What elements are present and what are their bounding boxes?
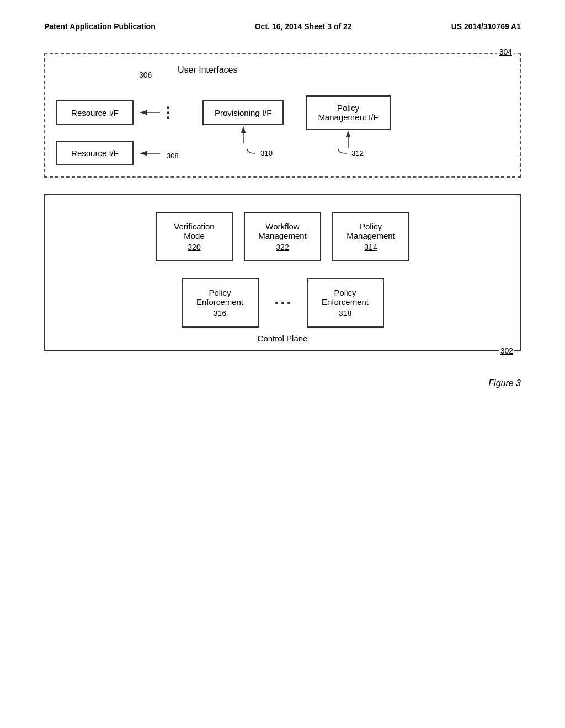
header-right: US 2014/310769 A1 — [451, 22, 521, 31]
ref-316: 316 — [214, 309, 226, 318]
provisioning-if-box: Provisioning I/F — [202, 100, 284, 125]
policy-enforcement-316-box: PolicyEnforcement 316 — [182, 278, 259, 328]
policy-enforcement-318-label: PolicyEnforcement — [322, 288, 369, 307]
policy-enforcement-318-box: PolicyEnforcement 318 — [307, 278, 384, 328]
figure-label: Figure 3 — [0, 362, 565, 399]
dots-vertical-1 — [167, 101, 169, 125]
cp-row-1: VerificationMode 320 WorkflowManagement … — [62, 212, 503, 261]
verification-mode-label: VerificationMode — [174, 222, 214, 240]
control-plane-box: VerificationMode 320 WorkflowManagement … — [44, 194, 521, 351]
workflow-management-box: WorkflowManagement 322 — [244, 212, 321, 261]
resource-if-1-box: Resource I/F — [56, 100, 134, 125]
label-308: 308 — [167, 152, 179, 160]
ref-304: 304 — [497, 47, 514, 56]
ref-314: 314 — [364, 243, 377, 251]
label-306: 306 — [139, 71, 152, 79]
policy-mgmt-if-label: PolicyManagement I/F — [318, 103, 378, 122]
ref-320: 320 — [188, 243, 200, 251]
label-312: 312 — [351, 149, 364, 157]
dots-horizontal — [270, 278, 296, 328]
label-310: 310 — [260, 149, 273, 157]
resource-if-2-label: Resource I/F — [68, 148, 121, 158]
resource-if-1-label: Resource I/F — [68, 108, 121, 117]
resource-if-2-box: Resource I/F — [56, 141, 134, 165]
user-interfaces-label: User Interfaces — [178, 65, 237, 75]
verification-mode-box: VerificationMode 320 — [156, 212, 233, 261]
ref-318: 318 — [339, 309, 351, 318]
provisioning-if-label: Provisioning I/F — [215, 108, 271, 117]
policy-management-box: PolicyManagement 314 — [332, 212, 409, 261]
policy-enforcement-316-label: PolicyEnforcement — [196, 288, 243, 307]
workflow-management-label: WorkflowManagement — [258, 222, 307, 240]
page-header: Patent Application Publication Oct. 16, … — [0, 0, 565, 42]
ref-322: 322 — [276, 243, 289, 251]
policy-management-label: PolicyManagement — [347, 222, 395, 240]
outer-dashed-box-304: 304 User Interfaces 306 Resource I/F — [44, 53, 521, 178]
diagram-area: 304 User Interfaces 306 Resource I/F — [0, 42, 565, 362]
cp-row-2: PolicyEnforcement 316 PolicyEnforcement … — [62, 278, 503, 328]
policy-mgmt-if-box: PolicyManagement I/F — [306, 95, 390, 130]
ref-302: 302 — [499, 346, 514, 355]
control-plane-label: Control Plane — [258, 334, 308, 343]
header-middle: Oct. 16, 2014 Sheet 3 of 22 — [255, 22, 352, 31]
header-left: Patent Application Publication — [44, 22, 156, 31]
